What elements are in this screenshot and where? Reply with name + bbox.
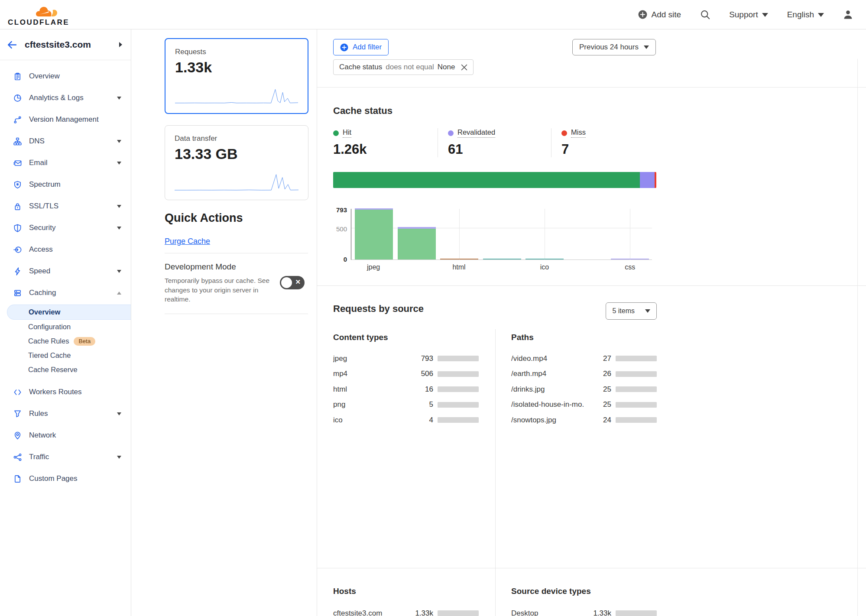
development-mode-description: Temporarily bypass our cache. See change…: [165, 276, 274, 304]
revalidated-label[interactable]: Revalidated: [457, 128, 495, 138]
sidebar-subitem-configuration[interactable]: Configuration: [0, 320, 131, 334]
back-arrow-icon[interactable]: [7, 40, 17, 50]
search-icon[interactable]: [700, 10, 710, 19]
filter-value: None: [438, 63, 455, 71]
sidebar-item-version-management[interactable]: Version Management: [0, 109, 131, 130]
shield-asterisk-icon: [13, 181, 22, 189]
row-bar: [616, 417, 657, 423]
sidebar-subitem-caching-overview[interactable]: Overview: [7, 305, 131, 320]
row-bar: [438, 610, 479, 616]
add-site-button[interactable]: Add site: [638, 10, 681, 19]
remove-filter-icon[interactable]: [461, 64, 467, 71]
sidebar-item-label: Security: [29, 224, 55, 232]
sidebar-item-ssl-tls[interactable]: SSL/TLS: [0, 195, 131, 217]
stacked-segment-hit: [333, 172, 640, 188]
sidebar-subitem-cache-reserve[interactable]: Cache Reserve: [0, 363, 131, 377]
sidebar-subitem-cache-rules[interactable]: Cache Rules Beta: [0, 334, 131, 348]
sidebar-item-custom-pages[interactable]: Custom Pages: [0, 468, 131, 490]
list-item[interactable]: html 16: [333, 382, 479, 397]
miss-label[interactable]: Miss: [571, 128, 586, 138]
support-menu[interactable]: Support: [729, 10, 768, 19]
requests-metric-card[interactable]: Requests 1.33k: [165, 38, 308, 114]
shield-icon: [13, 224, 22, 232]
language-menu[interactable]: English: [787, 10, 824, 19]
branch-icon: [13, 116, 22, 124]
list-item[interactable]: /snowtops.jpg 24: [511, 412, 657, 428]
list-item[interactable]: mp4 506: [333, 366, 479, 382]
sidebar-nav: Overview Analytics & Logs Version Manage…: [0, 60, 131, 490]
user-account-icon[interactable]: [843, 10, 853, 19]
gridline: [351, 228, 652, 228]
sidebar-item-dns[interactable]: DNS: [0, 130, 131, 152]
subitem-label: Cache Reserve: [28, 366, 78, 374]
site-switcher: cftestsite3.com: [0, 29, 131, 60]
sidebar-item-label: Version Management: [29, 115, 99, 124]
list-item[interactable]: ico 4: [333, 412, 479, 428]
column-divider: [495, 329, 496, 568]
items-count-selector[interactable]: 5 items: [606, 302, 657, 320]
chevron-right-icon[interactable]: [119, 42, 122, 47]
list-item[interactable]: /drinks.jpg 25: [511, 382, 657, 397]
pie-chart-icon: [13, 94, 22, 102]
envelope-icon: [13, 159, 22, 167]
sidebar-item-overview[interactable]: Overview: [0, 65, 131, 87]
sidebar-item-network[interactable]: Network: [0, 425, 131, 446]
list-item[interactable]: /earth.mp4 26: [511, 366, 657, 382]
hit-label[interactable]: Hit: [343, 128, 351, 138]
sidebar-subitem-tiered-cache[interactable]: Tiered Cache: [0, 348, 131, 363]
list-item[interactable]: png 5: [333, 397, 479, 413]
page-icon: [13, 475, 22, 483]
cloudflare-logo[interactable]: CLOUDFLARE: [8, 3, 69, 27]
chevron-down-icon: [117, 205, 121, 208]
sidebar-item-security[interactable]: Security: [0, 217, 131, 239]
list-item[interactable]: /video.mp4 27: [511, 351, 657, 366]
chevron-down-icon: [117, 97, 121, 100]
bar-html: [440, 259, 478, 259]
bar-slot3: [483, 259, 521, 259]
add-filter-label: Add filter: [353, 43, 382, 52]
sidebar-item-workers-routes[interactable]: Workers Routes: [0, 381, 131, 403]
clipboard-icon: [13, 72, 22, 81]
data-transfer-metric-card[interactable]: Data transfer 13.33 GB: [165, 125, 308, 200]
sidebar-item-traffic[interactable]: Traffic: [0, 446, 131, 468]
revalidated-value: 61: [448, 142, 551, 157]
sidebar-item-label: Traffic: [29, 453, 49, 461]
sidebar-item-access[interactable]: Access: [0, 239, 131, 260]
row-label: /earth.mp4: [511, 370, 584, 378]
sidebar-item-spectrum[interactable]: Spectrum: [0, 174, 131, 195]
sidebar-item-speed[interactable]: Speed: [0, 260, 131, 282]
add-filter-button[interactable]: Add filter: [333, 39, 389, 55]
column-divider: [495, 568, 496, 616]
row-bar: [616, 610, 657, 616]
row-value: 26: [584, 370, 611, 378]
sidebar-item-caching[interactable]: Caching: [0, 282, 131, 304]
row-label: html: [333, 385, 406, 394]
requests-by-source-section: Requests by source 5 items Content types…: [317, 286, 866, 568]
list-item[interactable]: jpeg 793: [333, 351, 479, 366]
row-label: /snowtops.jpg: [511, 416, 584, 425]
list-item[interactable]: Desktop 1.33k: [511, 606, 657, 616]
sidebar-item-label: Analytics & Logs: [29, 94, 84, 102]
time-range-selector[interactable]: Previous 24 hours: [572, 39, 656, 55]
sidebar-item-label: Workers Routes: [29, 388, 82, 396]
metric-label: Requests: [175, 48, 298, 56]
top-navigation-bar: CLOUDFLARE Add site Support English: [0, 0, 866, 29]
code-brackets-icon: [13, 388, 22, 396]
row-bar: [438, 402, 479, 408]
row-value: 506: [406, 370, 433, 378]
row-label: /drinks.jpg: [511, 385, 584, 394]
miss-legend-dot: [561, 130, 567, 136]
row-value: 24: [584, 416, 611, 425]
bar-ico: [525, 259, 564, 259]
development-mode-toggle[interactable]: ✕: [280, 276, 305, 289]
list-item[interactable]: /isolated-house-in-mo... 25: [511, 397, 657, 413]
sidebar-item-rules[interactable]: Rules: [0, 403, 131, 425]
list-item[interactable]: cftestsite3.com 1.33k: [333, 606, 479, 616]
chevron-down-icon: [117, 412, 121, 415]
purge-cache-link[interactable]: Purge Cache: [165, 237, 210, 246]
row-label: jpeg: [333, 354, 406, 363]
filter-section: Add filter Cache status does not equal N…: [317, 29, 866, 88]
scroll-edge: [857, 59, 858, 616]
sidebar-item-email[interactable]: Email: [0, 152, 131, 174]
sidebar-item-analytics-logs[interactable]: Analytics & Logs: [0, 87, 131, 109]
